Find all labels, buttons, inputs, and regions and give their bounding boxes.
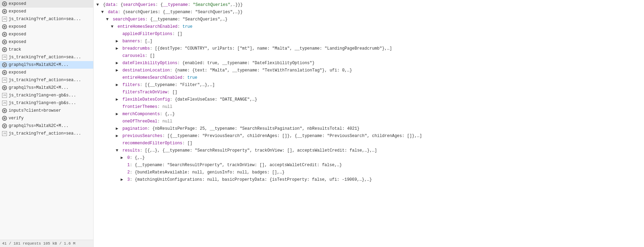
request-item[interactable]: JSjs_tracking?ref_action=sea...: [0, 53, 93, 61]
js-icon: JS: [2, 131, 7, 136]
request-name: track: [9, 47, 91, 52]
tree-container: ▼ {data: {searchQueries: {__typename: "S…: [96, 1, 641, 184]
js-icon: JS: [2, 78, 7, 83]
tree-content: data: {searchQueries: {__typename: "Sear…: [105, 10, 243, 15]
xhr-icon: [2, 116, 7, 121]
xhr-icon: [2, 108, 7, 113]
xhr-icon: [2, 40, 7, 44]
request-item[interactable]: verify: [0, 114, 93, 122]
tree-content: previousSearches: [{__typename: "Previou…: [120, 134, 422, 138]
tree-content: dateFlexibilityOptions: {enabled: true, …: [120, 61, 315, 66]
status-bar: 41 / 181 requests 105 kB / 1.6 M: [0, 240, 93, 247]
request-name: exposed: [9, 24, 91, 29]
toggle-btn[interactable]: ▶: [116, 38, 120, 45]
toggle-btn[interactable]: ▶: [116, 125, 120, 133]
tree-content: frontierThemes: null: [120, 104, 172, 109]
tree-root: ▼ {data: {searchQueries: {__typename: "S…: [96, 1, 641, 9]
request-item[interactable]: JSjs_tracking?lang=en-gb&s...: [0, 99, 93, 107]
request-name: js_tracking?ref_action=sea...: [9, 55, 91, 60]
tree-row: ▶ breadcrumbs: [{destType: "COUNTRY", ur…: [96, 45, 641, 52]
request-name: exposed: [9, 70, 91, 75]
right-panel[interactable]: ▼ {data: {searchQueries: {__typename: "S…: [94, 0, 644, 247]
xhr-icon: [2, 24, 7, 29]
tree-content: entireHomesSearchEnabled: true: [120, 75, 197, 80]
request-name: verify: [9, 116, 91, 121]
tree-row: ▶ 0: {,…}: [96, 154, 641, 162]
request-name: inputs?client=browser: [9, 108, 91, 113]
xhr-icon: [2, 124, 7, 128]
js-icon: JS: [2, 101, 7, 105]
tree-row: filtersTrackOnView: []: [96, 89, 641, 96]
toggle-btn[interactable]: ▶: [116, 60, 120, 67]
request-item[interactable]: JSjs_tracking?ref_action=sea...: [0, 76, 93, 84]
tree-content: breadcrumbs: [{destType: "COUNTRY", urlP…: [120, 46, 392, 51]
request-list[interactable]: exposedexposedJSjs_tracking?ref_action=s…: [0, 0, 93, 240]
request-name: exposed: [9, 9, 91, 14]
toggle-btn[interactable]: ▼: [101, 9, 105, 16]
tree-row: ▶ flexibleDatesConfig: {dateFlexUseCase:…: [96, 96, 641, 103]
request-item[interactable]: track: [0, 46, 93, 53]
request-name: graphql?ss=Malta%2C+M...: [9, 85, 91, 90]
request-item[interactable]: exposed: [0, 69, 93, 76]
request-name: graphql?ss=Malta%2C+M...: [9, 62, 91, 67]
toggle-btn[interactable]: ▶: [116, 67, 120, 74]
request-item[interactable]: graphql?ss=Malta%2C+M...: [0, 61, 93, 69]
tree-row: ▶ banners: […]: [96, 38, 641, 45]
tree-content: results: [{,…}, {__typename: "SearchResu…: [120, 148, 377, 153]
request-item[interactable]: graphql?ss=Malta%2C+M...: [0, 122, 93, 130]
xhr-icon: [2, 85, 7, 90]
request-item[interactable]: exposed: [0, 38, 93, 46]
xhr-icon: [2, 62, 7, 67]
tree-content: oneOfThreeDeal: null: [120, 119, 172, 124]
tree-row: recommendedFilterOptions: []: [96, 140, 641, 147]
tree-content: pagination: {nbResultsPerPage: 25, __typ…: [120, 126, 359, 131]
toggle-btn[interactable]: ▶: [116, 82, 120, 89]
tree-row: entireHomesSearchEnabled: true: [96, 74, 641, 82]
toggle-btn[interactable]: ▶: [116, 133, 120, 140]
xhr-icon: [2, 70, 7, 75]
request-item[interactable]: JSjs_tracking?ref_action=sea...: [0, 15, 93, 23]
request-item[interactable]: graphql?ss=Malta%2C+M...: [0, 84, 93, 92]
tree-row: 1: {__typename: "SearchResultProperty", …: [96, 162, 641, 169]
toggle-btn[interactable]: ▶: [121, 154, 125, 162]
tree-row: ▼ entireHomesSearchEnabled: true: [96, 23, 641, 31]
xhr-icon: [2, 1, 7, 6]
request-name: exposed: [9, 40, 91, 44]
request-name: js_tracking?lang=en-gb&s...: [9, 93, 91, 98]
tree-row: oneOfThreeDeal: null: [96, 118, 641, 125]
tree-row: ▶ filters: [{__typename: "Filter",…},…]: [96, 82, 641, 89]
toggle-btn[interactable]: ▼: [106, 16, 110, 23]
tree-row: carousels: []: [96, 52, 641, 60]
tree-row: ▶ pagination: {nbResultsPerPage: 25, __t…: [96, 125, 641, 133]
toggle-btn[interactable]: ▼: [116, 147, 120, 154]
tree-row: ▶ 3: {matchingUnitConfigurations: null, …: [96, 176, 641, 184]
tree-content: 0: {,…}: [125, 155, 145, 160]
request-item[interactable]: exposed: [0, 31, 93, 38]
toggle-btn[interactable]: ▶: [116, 96, 120, 103]
request-name: exposed: [9, 1, 91, 6]
request-item[interactable]: JSjs_tracking?ref_action=sea...: [0, 130, 93, 137]
xhr-icon: [2, 47, 7, 52]
tree-row: ▼ results: [{,…}, {__typename: "SearchRe…: [96, 147, 641, 154]
tree-content: banners: […]: [120, 39, 153, 44]
tree-row: ▶ previousSearches: [{__typename: "Previ…: [96, 133, 641, 140]
request-item[interactable]: exposed: [0, 0, 93, 8]
tree-row: ▶ merchComponents: {,…}: [96, 111, 641, 118]
request-name: graphql?ss=Malta%2C+M...: [9, 124, 91, 128]
toggle-btn[interactable]: ▶: [116, 45, 120, 52]
request-item[interactable]: JSjs_tracking?lang=en-gb&s...: [0, 92, 93, 99]
request-item[interactable]: exposed: [0, 23, 93, 31]
tree-row: ▼ searchQueries: {__typename: "SearchQue…: [96, 16, 641, 23]
tree-content: flexibleDatesConfig: {dateFlexUseCase: "…: [120, 97, 257, 102]
tree-content: entireHomesSearchEnabled: true: [115, 24, 192, 29]
toggle-btn[interactable]: ▶: [116, 111, 120, 118]
tree-content: filtersTrackOnView: []: [120, 90, 177, 95]
request-item[interactable]: inputs?client=browser: [0, 107, 93, 114]
toggle-btn[interactable]: ▶: [121, 176, 125, 184]
request-name: exposed: [9, 32, 91, 37]
request-name: js_tracking?lang=en-gb&s...: [9, 101, 91, 105]
toggle-btn[interactable]: ▼: [111, 23, 115, 31]
tree-row: frontierThemes: null: [96, 103, 641, 111]
request-item[interactable]: exposed: [0, 8, 93, 15]
toggle-btn[interactable]: ▼: [96, 1, 101, 9]
